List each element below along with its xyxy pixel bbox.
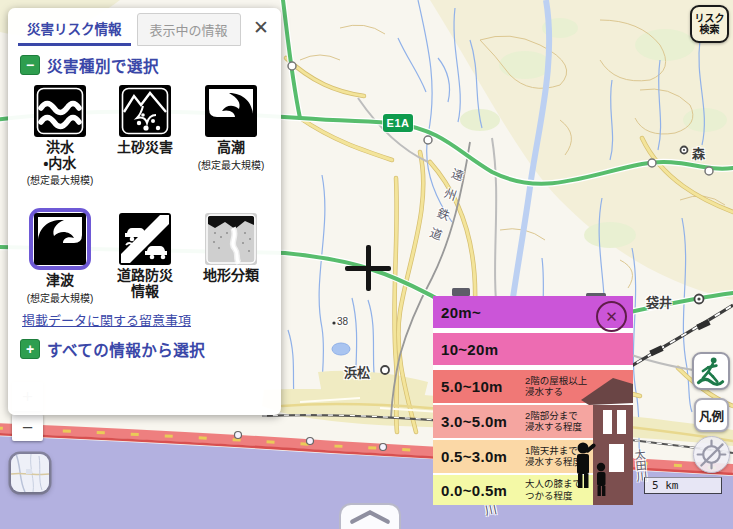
legend-row: 5.0~10m 2階の屋根以上浸水する — [433, 370, 633, 403]
legend-row: 3.0~5.0m 2階部分まで浸水する程度 — [433, 405, 633, 438]
section-title: 災害種別で選択 — [47, 54, 159, 76]
type-label: 津波 — [46, 272, 74, 288]
disaster-type-grid: 洪水・内水 (想定最大規模) 土砂災害 — [16, 85, 276, 341]
depth-description: 2階部分まで浸水する程度 — [525, 410, 582, 434]
tsunami-depth-legend: 20m~ ✕ 10~20m 5.0~10m 2階の屋根以上浸水する 3.0~5.… — [433, 296, 633, 505]
legend-row: 20m~ ✕ — [433, 296, 633, 328]
disaster-type-storm-surge[interactable]: 高潮 (想定最大規模) — [186, 85, 276, 213]
minimap-icon — [11, 454, 49, 492]
depth-range: 10~20m — [441, 341, 498, 358]
type-sub: (想定最大規模) — [198, 157, 265, 172]
risk-search-label-2: 検索 — [700, 24, 720, 36]
risk-search-label: リスク — [695, 13, 725, 25]
map-label-fukuroi: 袋井 — [646, 292, 672, 311]
footer-expand-button[interactable] — [339, 503, 401, 529]
disaster-type-flood[interactable]: 洪水・内水 (想定最大規模) — [16, 85, 104, 213]
depth-range: 0.5~3.0m — [441, 448, 507, 465]
evacuation-figure-button[interactable] — [692, 352, 730, 390]
map-label-spot-elevation: 38 — [337, 316, 348, 327]
collapse-minus-icon[interactable]: − — [20, 55, 40, 75]
storm-surge-icon — [205, 85, 257, 137]
minus-icon: − — [22, 417, 33, 439]
legend-row: 0.5~3.0m 1階天井まで浸水する程度 — [433, 440, 633, 473]
risk-search-button[interactable]: リスク 検索 — [690, 5, 729, 43]
all-info-title: すべての情報から選択 — [47, 338, 205, 360]
running-person-icon — [694, 352, 728, 390]
hazard-map-app: 浜松 袋井 森 38 竜川 太田川 遠州鉄道 E1A 災害リスク情報 表示中の情… — [0, 0, 733, 529]
depth-range: 3.0~5.0m — [441, 413, 507, 430]
overview-minimap-button[interactable] — [11, 454, 49, 492]
type-label: 洪水 — [46, 139, 74, 155]
current-location-button[interactable] — [693, 436, 730, 473]
legend-toggle-button[interactable]: 凡例 — [694, 398, 729, 432]
legend-button-label: 凡例 — [699, 406, 724, 425]
map-label-hamamatsu: 浜松 — [344, 362, 370, 381]
lake — [332, 343, 350, 355]
disaster-type-section-header[interactable]: − 災害種別で選択 — [20, 54, 159, 76]
tsunami-icon-selected — [29, 208, 91, 270]
legend-row: 0.0~0.5m 大人の膝までつかる程度 — [433, 475, 633, 505]
tab-disaster-risk-info[interactable]: 災害リスク情報 — [18, 13, 131, 46]
depth-range: 0.0~0.5m — [441, 482, 507, 499]
tab-displayed-info[interactable]: 表示中の情報 — [137, 13, 241, 46]
landslide-icon — [119, 85, 171, 137]
depth-range: 20m~ — [441, 304, 481, 321]
expand-plus-icon[interactable]: + — [20, 339, 40, 359]
depth-description: 2階の屋根以上浸水する — [525, 375, 587, 399]
type-label: 地形分類 — [203, 267, 259, 283]
flood-icon — [34, 85, 86, 137]
map-scale-bar: 5 km — [644, 477, 722, 494]
depth-description: 大人の膝までつかる程度 — [525, 478, 582, 502]
map-center-crosshair-vertical — [366, 245, 371, 291]
type-label-2: 情報 — [131, 283, 159, 299]
type-sub: (想定最大規模) — [27, 290, 94, 305]
map-label-mori: 森 — [692, 143, 705, 162]
close-icon[interactable]: ✕ — [253, 18, 269, 37]
depth-description: 1階天井まで浸水する程度 — [525, 445, 582, 469]
depth-range: 5.0~10m — [441, 378, 503, 395]
type-label-2: ・内水 — [44, 155, 77, 171]
disaster-type-landform[interactable]: 地形分類 — [186, 213, 276, 341]
legend-close-icon[interactable]: ✕ — [596, 301, 627, 332]
landform-icon — [205, 213, 257, 265]
type-label: 土砂災害 — [117, 139, 173, 155]
panel-tabbar: 災害リスク情報 表示中の情報 — [18, 16, 271, 46]
zoom-out-button[interactable]: − — [12, 414, 43, 441]
expressway-badge-e1a: E1A — [383, 114, 413, 132]
all-info-section-header[interactable]: + すべての情報から選択 — [20, 338, 205, 360]
gps-crosshair-icon — [694, 436, 729, 473]
type-label: 道路防災 — [117, 267, 173, 283]
disaster-risk-panel: 災害リスク情報 表示中の情報 ✕ − 災害種別で選択 洪水・内水 (想定最大規模… — [8, 8, 281, 415]
legend-row: 10~20m — [433, 333, 633, 365]
chevron-up-icon — [341, 505, 399, 529]
disaster-type-landslide[interactable]: 土砂災害 — [104, 85, 186, 213]
data-notes-link[interactable]: 掲載データに関する留意事項 — [22, 310, 191, 329]
type-label: 高潮 — [217, 139, 245, 155]
type-sub: (想定最大規模) — [27, 172, 94, 187]
road-disaster-icon — [119, 213, 171, 265]
scale-label: 5 km — [652, 479, 679, 492]
